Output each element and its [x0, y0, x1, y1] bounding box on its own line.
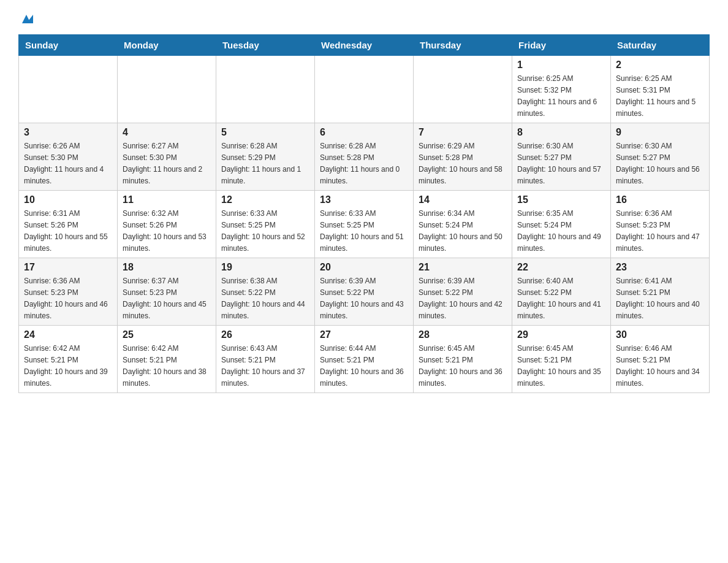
day-info: Sunrise: 6:26 AMSunset: 5:30 PMDaylight:…: [24, 142, 104, 185]
calendar-week-row: 17Sunrise: 6:36 AMSunset: 5:23 PMDayligh…: [19, 258, 710, 325]
day-info: Sunrise: 6:42 AMSunset: 5:21 PMDaylight:…: [24, 344, 108, 388]
calendar-cell: 13Sunrise: 6:33 AMSunset: 5:25 PMDayligh…: [315, 190, 414, 258]
calendar-week-row: 3Sunrise: 6:26 AMSunset: 5:30 PMDaylight…: [19, 123, 710, 190]
calendar-week-row: 24Sunrise: 6:42 AMSunset: 5:21 PMDayligh…: [19, 325, 710, 393]
day-info: Sunrise: 6:38 AMSunset: 5:22 PMDaylight:…: [221, 277, 305, 320]
day-number: 15: [517, 194, 605, 205]
day-number: 30: [616, 329, 704, 340]
calendar-cell: [414, 55, 512, 123]
calendar-cell: 25Sunrise: 6:42 AMSunset: 5:21 PMDayligh…: [118, 325, 216, 393]
column-header-monday: Monday: [118, 34, 216, 55]
day-info: Sunrise: 6:40 AMSunset: 5:22 PMDaylight:…: [517, 277, 601, 320]
day-info: Sunrise: 6:36 AMSunset: 5:23 PMDaylight:…: [24, 277, 108, 320]
day-number: 25: [123, 329, 211, 340]
day-number: 22: [517, 262, 605, 273]
day-number: 5: [221, 127, 309, 138]
day-info: Sunrise: 6:30 AMSunset: 5:27 PMDaylight:…: [616, 142, 700, 185]
day-info: Sunrise: 6:30 AMSunset: 5:27 PMDaylight:…: [517, 142, 601, 185]
day-info: Sunrise: 6:33 AMSunset: 5:25 PMDaylight:…: [221, 209, 305, 253]
day-info: Sunrise: 6:28 AMSunset: 5:29 PMDaylight:…: [221, 142, 301, 185]
calendar-cell: 16Sunrise: 6:36 AMSunset: 5:23 PMDayligh…: [611, 190, 710, 258]
day-info: Sunrise: 6:45 AMSunset: 5:21 PMDaylight:…: [419, 344, 502, 388]
calendar-cell: 17Sunrise: 6:36 AMSunset: 5:23 PMDayligh…: [19, 258, 118, 325]
day-number: 23: [616, 262, 704, 273]
calendar-cell: [118, 55, 216, 123]
day-number: 20: [320, 262, 408, 273]
calendar-cell: 24Sunrise: 6:42 AMSunset: 5:21 PMDayligh…: [19, 325, 118, 393]
calendar-cell: 23Sunrise: 6:41 AMSunset: 5:21 PMDayligh…: [611, 258, 710, 325]
logo: [18, 12, 33, 28]
column-header-friday: Friday: [512, 34, 611, 55]
calendar-cell: 28Sunrise: 6:45 AMSunset: 5:21 PMDayligh…: [414, 325, 512, 393]
calendar-cell: 3Sunrise: 6:26 AMSunset: 5:30 PMDaylight…: [19, 123, 118, 190]
column-header-saturday: Saturday: [611, 34, 710, 55]
day-info: Sunrise: 6:33 AMSunset: 5:25 PMDaylight:…: [320, 209, 404, 253]
calendar-cell: 1Sunrise: 6:25 AMSunset: 5:32 PMDaylight…: [512, 55, 611, 123]
day-info: Sunrise: 6:36 AMSunset: 5:23 PMDaylight:…: [616, 209, 700, 253]
calendar-cell: 11Sunrise: 6:32 AMSunset: 5:26 PMDayligh…: [118, 190, 216, 258]
calendar-cell: 20Sunrise: 6:39 AMSunset: 5:22 PMDayligh…: [315, 258, 414, 325]
calendar-cell: 7Sunrise: 6:29 AMSunset: 5:28 PMDaylight…: [414, 123, 512, 190]
calendar-cell: 22Sunrise: 6:40 AMSunset: 5:22 PMDayligh…: [512, 258, 611, 325]
calendar-table: SundayMondayTuesdayWednesdayThursdayFrid…: [18, 34, 710, 393]
day-number: 3: [24, 127, 112, 138]
day-number: 12: [221, 194, 309, 205]
calendar-cell: [315, 55, 414, 123]
calendar-cell: 5Sunrise: 6:28 AMSunset: 5:29 PMDaylight…: [216, 123, 315, 190]
calendar-cell: 2Sunrise: 6:25 AMSunset: 5:31 PMDaylight…: [611, 55, 710, 123]
day-number: 11: [123, 194, 211, 205]
calendar-header-row: SundayMondayTuesdayWednesdayThursdayFrid…: [19, 34, 710, 55]
day-number: 24: [24, 329, 112, 340]
column-header-sunday: Sunday: [19, 34, 118, 55]
logo-triangle-icon: [20, 12, 33, 26]
day-number: 1: [517, 59, 605, 71]
day-info: Sunrise: 6:35 AMSunset: 5:24 PMDaylight:…: [517, 209, 601, 253]
day-number: 7: [419, 127, 507, 138]
day-number: 29: [517, 329, 605, 340]
calendar-cell: 12Sunrise: 6:33 AMSunset: 5:25 PMDayligh…: [216, 190, 315, 258]
column-header-tuesday: Tuesday: [216, 34, 315, 55]
calendar-cell: 8Sunrise: 6:30 AMSunset: 5:27 PMDaylight…: [512, 123, 611, 190]
day-info: Sunrise: 6:29 AMSunset: 5:28 PMDaylight:…: [419, 142, 502, 185]
calendar-cell: [19, 55, 118, 123]
day-info: Sunrise: 6:32 AMSunset: 5:26 PMDaylight:…: [123, 209, 207, 253]
day-number: 27: [320, 329, 408, 340]
day-number: 26: [221, 329, 309, 340]
day-info: Sunrise: 6:42 AMSunset: 5:21 PMDaylight:…: [123, 344, 207, 388]
day-number: 9: [616, 127, 704, 138]
day-number: 2: [616, 59, 704, 71]
day-info: Sunrise: 6:25 AMSunset: 5:32 PMDaylight:…: [517, 74, 597, 118]
calendar-cell: 29Sunrise: 6:45 AMSunset: 5:21 PMDayligh…: [512, 325, 611, 393]
day-info: Sunrise: 6:43 AMSunset: 5:21 PMDaylight:…: [221, 344, 305, 388]
calendar-cell: 27Sunrise: 6:44 AMSunset: 5:21 PMDayligh…: [315, 325, 414, 393]
day-info: Sunrise: 6:45 AMSunset: 5:21 PMDaylight:…: [517, 344, 601, 388]
calendar-week-row: 1Sunrise: 6:25 AMSunset: 5:32 PMDaylight…: [19, 55, 710, 123]
day-number: 16: [616, 194, 704, 205]
day-info: Sunrise: 6:28 AMSunset: 5:28 PMDaylight:…: [320, 142, 400, 185]
day-info: Sunrise: 6:41 AMSunset: 5:21 PMDaylight:…: [616, 277, 700, 320]
day-info: Sunrise: 6:46 AMSunset: 5:21 PMDaylight:…: [616, 344, 700, 388]
calendar-cell: 10Sunrise: 6:31 AMSunset: 5:26 PMDayligh…: [19, 190, 118, 258]
day-number: 8: [517, 127, 605, 138]
calendar-cell: [216, 55, 315, 123]
day-info: Sunrise: 6:31 AMSunset: 5:26 PMDaylight:…: [24, 209, 108, 253]
calendar-cell: 19Sunrise: 6:38 AMSunset: 5:22 PMDayligh…: [216, 258, 315, 325]
calendar-cell: 6Sunrise: 6:28 AMSunset: 5:28 PMDaylight…: [315, 123, 414, 190]
calendar-cell: 26Sunrise: 6:43 AMSunset: 5:21 PMDayligh…: [216, 325, 315, 393]
day-info: Sunrise: 6:27 AMSunset: 5:30 PMDaylight:…: [123, 142, 202, 185]
column-header-wednesday: Wednesday: [315, 34, 414, 55]
calendar-cell: 9Sunrise: 6:30 AMSunset: 5:27 PMDaylight…: [611, 123, 710, 190]
calendar-cell: 18Sunrise: 6:37 AMSunset: 5:23 PMDayligh…: [118, 258, 216, 325]
day-info: Sunrise: 6:34 AMSunset: 5:24 PMDaylight:…: [419, 209, 502, 253]
column-header-thursday: Thursday: [414, 34, 512, 55]
day-number: 17: [24, 262, 112, 273]
day-number: 21: [419, 262, 507, 273]
day-number: 19: [221, 262, 309, 273]
day-number: 18: [123, 262, 211, 273]
day-info: Sunrise: 6:37 AMSunset: 5:23 PMDaylight:…: [123, 277, 207, 320]
calendar-cell: 14Sunrise: 6:34 AMSunset: 5:24 PMDayligh…: [414, 190, 512, 258]
calendar-cell: 21Sunrise: 6:39 AMSunset: 5:22 PMDayligh…: [414, 258, 512, 325]
calendar-cell: 30Sunrise: 6:46 AMSunset: 5:21 PMDayligh…: [611, 325, 710, 393]
day-number: 10: [24, 194, 112, 205]
header: [18, 12, 710, 28]
